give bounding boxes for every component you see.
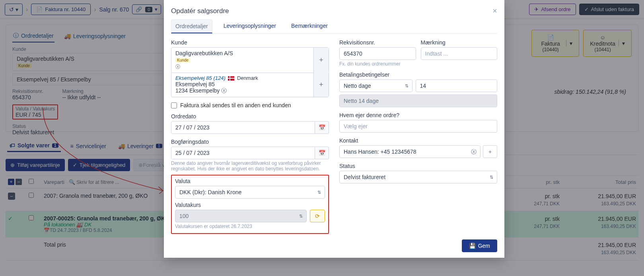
terms-type-select[interactable] bbox=[339, 79, 412, 92]
close-icon[interactable]: × bbox=[492, 6, 497, 15]
calendar-icon[interactable]: 📅 bbox=[315, 147, 329, 159]
terms-label: Betalingsbetingelser bbox=[339, 71, 497, 78]
req-field-label: Rekvisitionsnr. bbox=[339, 39, 416, 46]
update-order-modal: Opdatér salgsordre × Ordredetaljer Lever… bbox=[164, 0, 504, 258]
currency-label: Valuta bbox=[175, 178, 325, 184]
clear-customer-icon[interactable]: ⓧ bbox=[175, 64, 309, 70]
posting-date-help: Denne dato angiver hvornår lagerværditil… bbox=[171, 160, 329, 172]
mark-input[interactable] bbox=[421, 47, 498, 60]
currency-select[interactable] bbox=[175, 186, 325, 199]
modal-title: Opdatér salgsordre bbox=[171, 7, 229, 15]
addr-line3: 1234 Eksempelby bbox=[175, 87, 220, 94]
add-address-button[interactable]: + bbox=[313, 73, 329, 97]
save-icon: 💾 bbox=[469, 243, 476, 249]
currency-section-highlight: Valuta ⇅ Valutakurs ⇅ ⟳ Va bbox=[171, 175, 329, 234]
address-card: Eksempelvej 85 (124) Denmark Eksempelvej… bbox=[171, 73, 329, 97]
status-field-label: Status bbox=[339, 163, 497, 169]
clear-contact-icon[interactable]: ⓧ bbox=[471, 149, 477, 156]
refresh-rate-button[interactable]: ⟳ bbox=[310, 210, 325, 222]
rate-label: Valutakurs bbox=[175, 202, 325, 208]
modal-tab-details[interactable]: Ordredetaljer bbox=[171, 19, 212, 33]
owner-select[interactable] bbox=[339, 120, 497, 133]
status-select[interactable] bbox=[339, 171, 497, 183]
modal-tab-notes[interactable]: Bemærkninger bbox=[287, 19, 332, 33]
customer-field-label: Kunde bbox=[171, 39, 329, 46]
flag-dk-icon bbox=[228, 76, 234, 81]
terms-display bbox=[339, 95, 497, 107]
customer-badge: Kunde bbox=[175, 58, 190, 62]
modal-tab-delivery[interactable]: Leveringsoplysninger bbox=[220, 19, 280, 33]
addr-line1: Eksempelvej 85 (124) bbox=[175, 75, 226, 81]
posting-date-input[interactable] bbox=[171, 147, 315, 159]
rate-input[interactable] bbox=[175, 210, 307, 222]
req-input[interactable] bbox=[339, 47, 416, 60]
addr-country: Denmark bbox=[237, 75, 258, 81]
contact-input[interactable] bbox=[339, 145, 481, 158]
addr-line2: Eksempelvej 85 bbox=[175, 81, 309, 87]
customer-name: Dagligvarebutikken A/S bbox=[175, 50, 309, 56]
order-date-label: Ordredato bbox=[171, 113, 329, 120]
contact-label: Kontakt bbox=[339, 137, 497, 144]
save-button[interactable]: 💾Gem bbox=[462, 239, 497, 252]
calendar-icon[interactable]: 📅 bbox=[315, 121, 329, 134]
customer-card: Dagligvarebutikken A/S Kunde ⓧ + bbox=[171, 47, 329, 73]
add-contact-button[interactable]: + bbox=[483, 145, 497, 158]
invoice-other-checkbox[interactable] bbox=[171, 102, 177, 108]
add-customer-button[interactable]: + bbox=[313, 48, 329, 73]
rate-help: Valutakursen er opdateret 26.7.2023 bbox=[175, 224, 325, 229]
posting-date-label: Bogføringsdato bbox=[171, 139, 329, 145]
invoice-other-label: Faktura skal sendes til en anden end kun… bbox=[180, 102, 291, 108]
owner-label: Hvem ejer denne ordre? bbox=[339, 112, 497, 118]
order-date-input[interactable] bbox=[171, 121, 315, 134]
req-help: Fx. din kundes ordrenummer bbox=[339, 61, 416, 67]
clear-address-icon[interactable]: ⓧ bbox=[221, 87, 227, 94]
mark-field-label: Mærkning bbox=[421, 39, 498, 46]
terms-days-input[interactable] bbox=[416, 79, 498, 92]
